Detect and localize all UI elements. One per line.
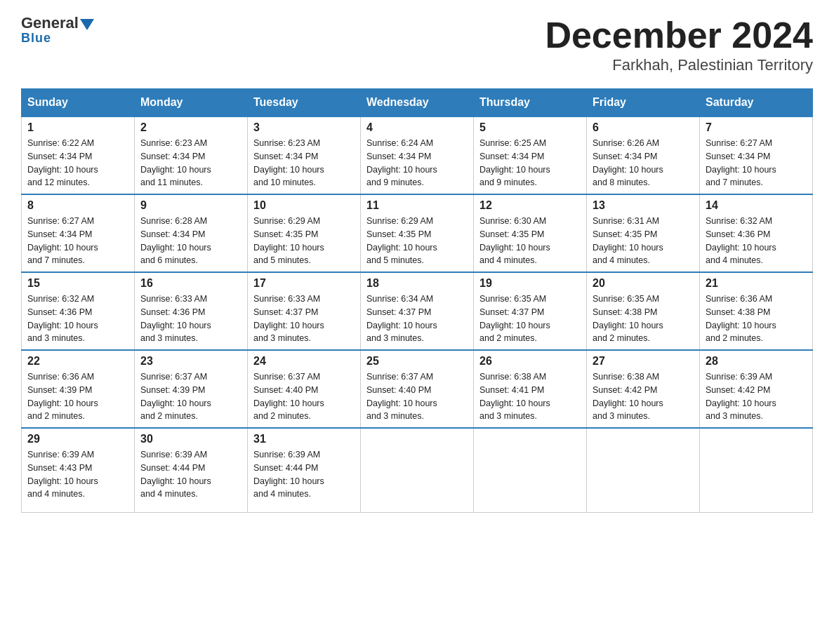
day-info: Sunrise: 6:28 AM Sunset: 4:34 PM Dayligh…: [140, 215, 241, 267]
day-number: 12: [479, 199, 581, 212]
day-info: Sunrise: 6:32 AM Sunset: 4:36 PM Dayligh…: [706, 215, 807, 267]
day-info: Sunrise: 6:39 AM Sunset: 4:42 PM Dayligh…: [706, 370, 807, 423]
day-number: 14: [706, 199, 807, 212]
day-number: 2: [140, 121, 241, 134]
calendar-week-row: 29 Sunrise: 6:39 AM Sunset: 4:43 PM Dayl…: [22, 428, 813, 512]
day-info: Sunrise: 6:33 AM Sunset: 4:36 PM Dayligh…: [140, 293, 241, 345]
day-info: Sunrise: 6:27 AM Sunset: 4:34 PM Dayligh…: [706, 137, 807, 189]
table-row: 22 Sunrise: 6:36 AM Sunset: 4:39 PM Dayl…: [22, 350, 135, 428]
day-number: 19: [479, 277, 581, 290]
day-number: 21: [706, 277, 807, 290]
table-row: 3 Sunrise: 6:23 AM Sunset: 4:34 PM Dayli…: [248, 116, 361, 194]
day-number: 10: [253, 199, 355, 212]
calendar-week-row: 8 Sunrise: 6:27 AM Sunset: 4:34 PM Dayli…: [22, 194, 813, 272]
col-monday: Monday: [135, 89, 248, 117]
table-row: 29 Sunrise: 6:39 AM Sunset: 4:43 PM Dayl…: [22, 428, 135, 512]
day-info: Sunrise: 6:39 AM Sunset: 4:43 PM Dayligh…: [27, 448, 128, 501]
table-row: 1 Sunrise: 6:22 AM Sunset: 4:34 PM Dayli…: [22, 116, 135, 194]
col-wednesday: Wednesday: [361, 89, 474, 117]
table-row: 12 Sunrise: 6:30 AM Sunset: 4:35 PM Dayl…: [474, 194, 587, 272]
table-row: 4 Sunrise: 6:24 AM Sunset: 4:34 PM Dayli…: [361, 116, 474, 194]
day-number: 29: [27, 433, 128, 445]
day-number: 28: [706, 355, 807, 368]
day-number: 4: [366, 121, 468, 134]
calendar-header-row: Sunday Monday Tuesday Wednesday Thursday…: [22, 89, 813, 117]
logo-blue-text: Blue: [21, 31, 51, 46]
day-info: Sunrise: 6:37 AM Sunset: 4:40 PM Dayligh…: [253, 370, 355, 423]
day-info: Sunrise: 6:29 AM Sunset: 4:35 PM Dayligh…: [366, 215, 468, 267]
day-info: Sunrise: 6:23 AM Sunset: 4:34 PM Dayligh…: [253, 137, 355, 189]
table-row: 7 Sunrise: 6:27 AM Sunset: 4:34 PM Dayli…: [700, 116, 813, 194]
day-info: Sunrise: 6:26 AM Sunset: 4:34 PM Dayligh…: [593, 137, 694, 189]
day-number: 30: [140, 433, 241, 445]
table-row: 30 Sunrise: 6:39 AM Sunset: 4:44 PM Dayl…: [135, 428, 248, 512]
day-info: Sunrise: 6:32 AM Sunset: 4:36 PM Dayligh…: [27, 293, 128, 345]
day-info: Sunrise: 6:29 AM Sunset: 4:35 PM Dayligh…: [253, 215, 355, 267]
table-row: 27 Sunrise: 6:38 AM Sunset: 4:42 PM Dayl…: [587, 350, 700, 428]
logo: General Blue: [21, 14, 94, 46]
day-number: 1: [27, 121, 128, 134]
table-row: 6 Sunrise: 6:26 AM Sunset: 4:34 PM Dayli…: [587, 116, 700, 194]
day-info: Sunrise: 6:25 AM Sunset: 4:34 PM Dayligh…: [479, 137, 581, 189]
table-row: [700, 428, 813, 512]
table-row: 21 Sunrise: 6:36 AM Sunset: 4:38 PM Dayl…: [700, 272, 813, 350]
day-info: Sunrise: 6:38 AM Sunset: 4:41 PM Dayligh…: [479, 370, 581, 423]
day-number: 7: [706, 121, 807, 134]
day-number: 31: [253, 433, 355, 445]
day-number: 26: [479, 355, 581, 368]
page-subtitle: Farkhah, Palestinian Territory: [545, 56, 813, 74]
day-number: 23: [140, 355, 241, 368]
calendar-week-row: 15 Sunrise: 6:32 AM Sunset: 4:36 PM Dayl…: [22, 272, 813, 350]
day-info: Sunrise: 6:37 AM Sunset: 4:39 PM Dayligh…: [140, 370, 241, 423]
day-info: Sunrise: 6:24 AM Sunset: 4:34 PM Dayligh…: [366, 137, 468, 189]
table-row: 13 Sunrise: 6:31 AM Sunset: 4:35 PM Dayl…: [587, 194, 700, 272]
day-number: 9: [140, 199, 241, 212]
table-row: 8 Sunrise: 6:27 AM Sunset: 4:34 PM Dayli…: [22, 194, 135, 272]
table-row: 10 Sunrise: 6:29 AM Sunset: 4:35 PM Dayl…: [248, 194, 361, 272]
day-info: Sunrise: 6:35 AM Sunset: 4:37 PM Dayligh…: [479, 293, 581, 345]
table-row: 16 Sunrise: 6:33 AM Sunset: 4:36 PM Dayl…: [135, 272, 248, 350]
table-row: [474, 428, 587, 512]
col-sunday: Sunday: [22, 89, 135, 117]
day-number: 16: [140, 277, 241, 290]
table-row: 5 Sunrise: 6:25 AM Sunset: 4:34 PM Dayli…: [474, 116, 587, 194]
table-row: 17 Sunrise: 6:33 AM Sunset: 4:37 PM Dayl…: [248, 272, 361, 350]
day-number: 13: [593, 199, 694, 212]
table-row: 19 Sunrise: 6:35 AM Sunset: 4:37 PM Dayl…: [474, 272, 587, 350]
table-row: 26 Sunrise: 6:38 AM Sunset: 4:41 PM Dayl…: [474, 350, 587, 428]
day-info: Sunrise: 6:36 AM Sunset: 4:39 PM Dayligh…: [27, 370, 128, 423]
day-number: 20: [593, 277, 694, 290]
day-info: Sunrise: 6:31 AM Sunset: 4:35 PM Dayligh…: [593, 215, 694, 267]
page-title: December 2024: [545, 14, 813, 56]
day-info: Sunrise: 6:36 AM Sunset: 4:38 PM Dayligh…: [706, 293, 807, 345]
day-number: 24: [253, 355, 355, 368]
day-info: Sunrise: 6:34 AM Sunset: 4:37 PM Dayligh…: [366, 293, 468, 345]
table-row: [587, 428, 700, 512]
day-number: 8: [27, 199, 128, 212]
table-row: 31 Sunrise: 6:39 AM Sunset: 4:44 PM Dayl…: [248, 428, 361, 512]
day-number: 3: [253, 121, 355, 134]
table-row: 28 Sunrise: 6:39 AM Sunset: 4:42 PM Dayl…: [700, 350, 813, 428]
page-header: General Blue December 2024 Farkhah, Pale…: [21, 14, 813, 74]
day-number: 17: [253, 277, 355, 290]
table-row: 9 Sunrise: 6:28 AM Sunset: 4:34 PM Dayli…: [135, 194, 248, 272]
day-number: 5: [479, 121, 581, 134]
day-info: Sunrise: 6:30 AM Sunset: 4:35 PM Dayligh…: [479, 215, 581, 267]
day-info: Sunrise: 6:23 AM Sunset: 4:34 PM Dayligh…: [140, 137, 241, 189]
logo-general-text: General: [21, 14, 79, 32]
title-block: December 2024 Farkhah, Palestinian Terri…: [545, 14, 813, 74]
table-row: 25 Sunrise: 6:37 AM Sunset: 4:40 PM Dayl…: [361, 350, 474, 428]
day-info: Sunrise: 6:37 AM Sunset: 4:40 PM Dayligh…: [366, 370, 468, 423]
table-row: 11 Sunrise: 6:29 AM Sunset: 4:35 PM Dayl…: [361, 194, 474, 272]
col-saturday: Saturday: [700, 89, 813, 117]
col-tuesday: Tuesday: [248, 89, 361, 117]
table-row: 23 Sunrise: 6:37 AM Sunset: 4:39 PM Dayl…: [135, 350, 248, 428]
day-info: Sunrise: 6:27 AM Sunset: 4:34 PM Dayligh…: [27, 215, 128, 267]
col-thursday: Thursday: [474, 89, 587, 117]
day-info: Sunrise: 6:38 AM Sunset: 4:42 PM Dayligh…: [593, 370, 694, 423]
day-number: 6: [593, 121, 694, 134]
day-number: 15: [27, 277, 128, 290]
calendar-table: Sunday Monday Tuesday Wednesday Thursday…: [21, 88, 813, 513]
day-number: 18: [366, 277, 468, 290]
col-friday: Friday: [587, 89, 700, 117]
